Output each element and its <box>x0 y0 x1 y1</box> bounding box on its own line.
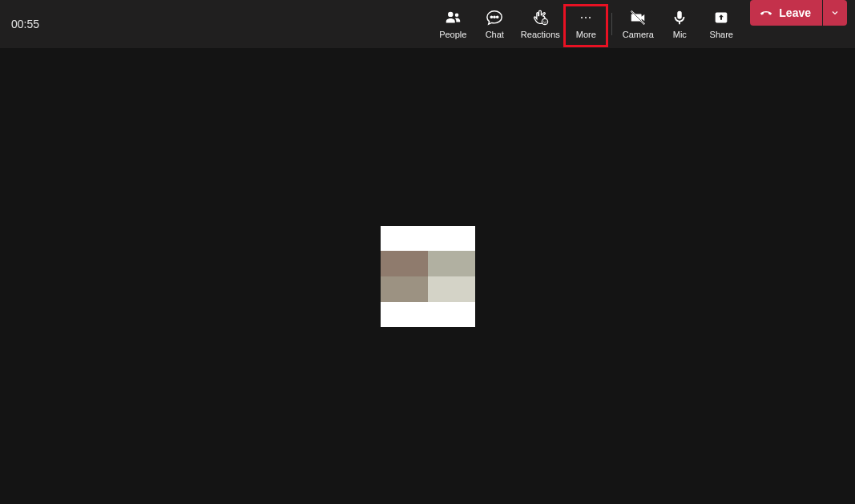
svg-point-1 <box>494 16 495 18</box>
svg-point-0 <box>491 16 493 18</box>
mic-icon <box>671 9 688 26</box>
reactions-button[interactable]: Reactions <box>515 0 565 48</box>
chat-label: Chat <box>486 30 504 39</box>
svg-point-4 <box>544 21 545 22</box>
hangup-icon <box>760 6 772 19</box>
chat-button[interactable]: Chat <box>474 0 515 48</box>
leave-group: Leave <box>750 0 847 26</box>
mic-label: Mic <box>673 30 687 39</box>
reactions-icon <box>531 9 549 26</box>
leave-dropdown[interactable] <box>823 0 847 26</box>
ellipsis-icon <box>577 9 595 26</box>
share-label: Share <box>710 30 733 39</box>
avatar-tile-br <box>428 276 475 302</box>
reactions-label: Reactions <box>521 30 560 39</box>
leave-label: Leave <box>779 6 811 19</box>
people-label: People <box>439 30 466 39</box>
avatar-tile-tl <box>381 251 428 276</box>
toolbar-controls: People Chat Reactions More <box>432 0 847 48</box>
share-icon <box>712 9 730 26</box>
people-icon <box>444 9 462 26</box>
svg-point-5 <box>546 21 546 22</box>
chat-icon <box>486 9 503 26</box>
camera-label: Camera <box>623 30 654 39</box>
leave-button[interactable]: Leave <box>750 0 822 26</box>
chevron-down-icon <box>830 8 840 18</box>
more-button[interactable]: More <box>565 0 607 48</box>
svg-point-3 <box>542 18 548 24</box>
camera-button[interactable]: Camera <box>617 0 659 48</box>
toolbar-separator <box>611 13 612 35</box>
people-button[interactable]: People <box>432 0 474 48</box>
share-button[interactable]: Share <box>700 0 742 48</box>
camera-off-icon <box>629 9 647 26</box>
avatar-tile-tr <box>428 251 475 276</box>
avatar-tile-bl <box>381 276 428 302</box>
call-timer: 00:55 <box>11 18 39 30</box>
svg-point-2 <box>497 16 498 18</box>
more-label: More <box>576 30 596 39</box>
meeting-toolbar: 00:55 People Chat Reactions <box>0 0 855 48</box>
meeting-stage <box>0 48 855 504</box>
mic-button[interactable]: Mic <box>659 0 700 48</box>
participant-avatar <box>381 226 475 327</box>
